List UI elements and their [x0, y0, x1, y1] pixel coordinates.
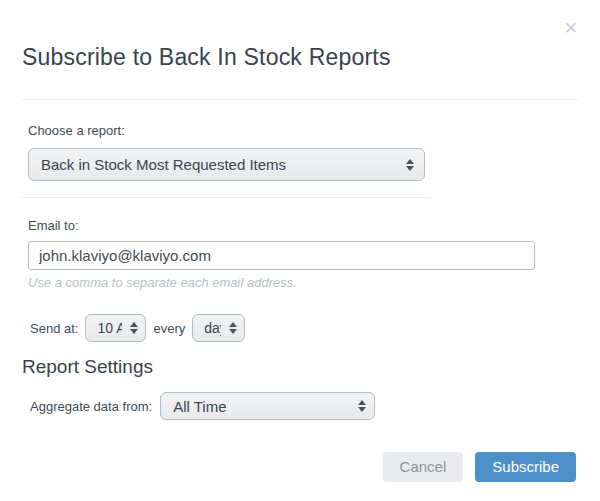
- aggregate-select[interactable]: All Time: [160, 392, 375, 420]
- choose-report-label: Choose a report:: [28, 124, 600, 137]
- report-select-value: Back in Stock Most Requested Items: [41, 156, 286, 173]
- close-icon[interactable]: ✕: [564, 20, 578, 37]
- email-to-label: Email to:: [28, 219, 600, 232]
- frequency-select[interactable]: day: [192, 314, 245, 342]
- email-helper-text: Use a comma to separate each email addre…: [28, 275, 600, 290]
- select-stepper-icon: [398, 159, 414, 171]
- select-stepper-icon: [350, 400, 366, 412]
- send-at-label: Send at:: [30, 321, 78, 336]
- report-section-divider: [22, 197, 431, 198]
- subscribe-button[interactable]: Subscribe: [475, 452, 576, 482]
- select-stepper-icon: [221, 322, 237, 334]
- modal-title: Subscribe to Back In Stock Reports: [22, 44, 578, 70]
- aggregate-select-value: All Time: [173, 398, 226, 415]
- email-input[interactable]: [28, 241, 535, 270]
- select-stepper-icon: [122, 322, 138, 334]
- send-schedule-row: Send at: 10 AM every day: [30, 314, 600, 342]
- aggregate-data-label: Aggregate data from:: [30, 399, 152, 414]
- send-time-select[interactable]: 10 AM: [85, 314, 146, 342]
- cancel-button[interactable]: Cancel: [383, 452, 464, 482]
- modal-footer: Cancel Subscribe: [0, 452, 576, 482]
- header-divider: [22, 99, 578, 100]
- report-select[interactable]: Back in Stock Most Requested Items: [28, 148, 425, 181]
- every-label: every: [153, 321, 185, 336]
- send-time-select-value: 10 AM: [97, 320, 122, 336]
- aggregate-row: Aggregate data from: All Time: [30, 392, 600, 420]
- report-settings-heading: Report Settings: [22, 356, 600, 378]
- frequency-select-value: day: [204, 320, 221, 336]
- subscribe-modal: ✕ Subscribe to Back In Stock Reports Cho…: [0, 0, 600, 501]
